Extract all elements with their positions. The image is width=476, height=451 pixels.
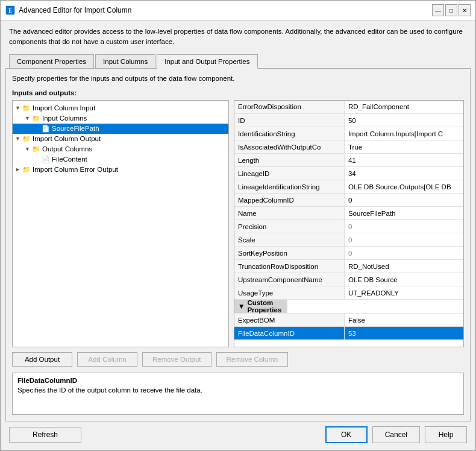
refresh-area: Refresh <box>9 427 81 443</box>
prop-row-filedatacolumnid[interactable]: FileDataColumnID 53 <box>234 327 463 340</box>
tree-item-output-columns[interactable]: ▼ 📁 Output Columns <box>13 144 228 154</box>
tab-component-properties[interactable]: Component Properties <box>9 54 94 69</box>
title-controls: — □ ✕ <box>432 4 471 16</box>
prop-row-upstreamcomponent[interactable]: UpstreamComponentName OLE DB Source <box>234 273 463 286</box>
close-button[interactable]: ✕ <box>459 4 471 16</box>
prop-name-upstreamcomponent: UpstreamComponentName <box>234 273 344 286</box>
prop-name-filedatacolumnid: FileDataColumnID <box>234 327 344 340</box>
expand-icon: ▼ <box>15 105 21 111</box>
item-icon-1: 📄 <box>42 125 50 133</box>
prop-row-expectbom[interactable]: ExpectBOM False <box>234 314 463 327</box>
prop-row-sortkeyposition[interactable]: SortKeyPosition 0 <box>234 247 463 260</box>
refresh-button[interactable]: Refresh <box>9 427 81 443</box>
prop-desc-text: Specifies the ID of the output column to… <box>17 386 459 394</box>
prop-row-errorrowdisposition[interactable]: ErrorRowDisposition RD_FailComponent <box>234 101 463 114</box>
tree-item-input-columns[interactable]: ▼ 📁 Input Columns <box>13 113 228 124</box>
prop-row-length[interactable]: Length 41 <box>234 154 463 167</box>
prop-name-expectbom: ExpectBOM <box>234 314 344 327</box>
tab-input-output-properties[interactable]: Input and Output Properties <box>157 54 257 69</box>
expand-icon-5: ▼ <box>25 146 31 152</box>
prop-name-mappedcolumnid: MappedColumnID <box>234 194 344 207</box>
prop-value-name: SourceFilePath <box>344 207 463 220</box>
section-collapse-icon: ▼ <box>238 303 245 310</box>
prop-value-truncation: RD_NotUsed <box>344 260 463 273</box>
minimize-button[interactable]: — <box>432 4 444 16</box>
props-panel: ErrorRowDisposition RD_FailComponent ID … <box>234 100 464 348</box>
prop-row-isassociated[interactable]: IsAssociatedWithOutputCo True <box>234 140 463 154</box>
title-bar-left: E Advanced Editor for Import Column <box>5 5 131 15</box>
tree-panel: ▼ 📁 Import Column Input ▼ 📁 Input Column… <box>12 100 229 348</box>
tree-item-import-column-input[interactable]: ▼ 📁 Import Column Input <box>13 103 228 113</box>
prop-row-precision[interactable]: Precision 0 <box>234 220 463 233</box>
prop-row-name[interactable]: Name SourceFilePath <box>234 207 463 220</box>
window-title: Advanced Editor for Import Column <box>19 6 131 14</box>
prop-value-expectbom: False <box>344 314 463 327</box>
prop-name-id: ID <box>234 114 344 127</box>
prop-value-usagetype: UT_READONLY <box>344 286 463 300</box>
prop-name-errorrowdisposition: ErrorRowDisposition <box>234 101 344 114</box>
folder-icon-5: 📁 <box>22 166 31 174</box>
folder-icon-4: 📁 <box>32 145 40 153</box>
properties-table: ErrorRowDisposition RD_FailComponent ID … <box>234 101 463 341</box>
prop-name-lineageid: LineageID <box>234 167 344 180</box>
property-description-area: FileDataColumnID Specifies the ID of the… <box>12 373 464 415</box>
prop-value-isassociated: True <box>344 140 463 154</box>
footer-area: Refresh OK Cancel Help <box>1 421 475 450</box>
prop-name-length: Length <box>234 154 344 167</box>
tree-buttons-row: Add Output Add Column Remove Output Remo… <box>12 347 464 369</box>
prop-row-truncation[interactable]: TruncationRowDisposition RD_NotUsed <box>234 260 463 273</box>
tree-item-import-column-output[interactable]: ▼ 📁 Import Column Output <box>13 134 228 144</box>
tabs-container: Component Properties Input Columns Input… <box>1 54 475 68</box>
item-icon-2: 📄 <box>42 156 50 163</box>
cancel-button[interactable]: Cancel <box>372 426 420 443</box>
prop-value-id: 50 <box>344 114 463 127</box>
prop-row-id[interactable]: ID 50 <box>234 114 463 127</box>
ok-cancel-help-area: OK Cancel Help <box>325 426 467 443</box>
svg-text:E: E <box>8 7 12 14</box>
prop-value-errorrowdisposition: RD_FailComponent <box>344 101 463 114</box>
prop-value-lineageidentification: OLE DB Source.Outputs[OLE DB <box>344 180 463 194</box>
prop-desc-title: FileDataColumnID <box>17 377 459 384</box>
add-column-button[interactable]: Add Column <box>77 352 137 367</box>
main-window: E Advanced Editor for Import Column — □ … <box>0 0 476 451</box>
prop-name-lineageidentification: LineageIdentificationString <box>234 180 344 194</box>
prop-value-filedatacolumnid: 53 <box>344 327 463 340</box>
remove-output-button[interactable]: Remove Output <box>142 352 211 367</box>
help-button[interactable]: Help <box>425 426 467 443</box>
prop-row-lineageid[interactable]: LineageID 34 <box>234 167 463 180</box>
prop-name-name: Name <box>234 207 344 220</box>
title-bar: E Advanced Editor for Import Column — □ … <box>1 1 475 20</box>
expand-icon-2: ▼ <box>25 115 31 121</box>
prop-name-precision: Precision <box>234 220 344 233</box>
main-split-area: ▼ 📁 Import Column Input ▼ 📁 Input Column… <box>12 100 464 348</box>
tree-item-sourcefilepath[interactable]: 📄 SourceFilePath <box>13 124 228 134</box>
prop-section-custom: ▼ Custom Properties <box>234 300 463 314</box>
prop-value-identificationstring: Import Column.Inputs[Import C <box>344 127 463 140</box>
app-icon: E <box>5 5 15 15</box>
description-text: The advanced editor provides access to t… <box>9 28 463 45</box>
remove-column-button[interactable]: Remove Column <box>216 352 289 367</box>
tab-description: Specify properties for the inputs and ou… <box>12 75 464 82</box>
prop-value-scale: 0 <box>344 233 463 247</box>
prop-row-identificationstring[interactable]: IdentificationString Import Column.Input… <box>234 127 463 140</box>
prop-value-length: 41 <box>344 154 463 167</box>
prop-row-mappedcolumnid[interactable]: MappedColumnID 0 <box>234 194 463 207</box>
expand-icon-4: ▼ <box>15 136 21 142</box>
prop-row-lineageidentification[interactable]: LineageIdentificationString OLE DB Sourc… <box>234 180 463 194</box>
tree-item-filecontent[interactable]: 📄 FileContent <box>13 154 228 165</box>
ok-button[interactable]: OK <box>325 426 368 443</box>
inputs-outputs-label: Inputs and outputs: <box>12 89 464 96</box>
prop-row-usagetype[interactable]: UsageType UT_READONLY <box>234 286 463 300</box>
folder-icon-1: 📁 <box>22 104 31 112</box>
prop-name-truncation: TruncationRowDisposition <box>234 260 344 273</box>
maximize-button[interactable]: □ <box>445 4 457 16</box>
folder-icon-3: 📁 <box>22 135 31 143</box>
tree-item-error-output[interactable]: ► 📁 Import Column Error Output <box>13 165 228 175</box>
prop-name-usagetype: UsageType <box>234 286 344 300</box>
add-output-button[interactable]: Add Output <box>12 352 72 367</box>
folder-icon-2: 📁 <box>32 115 40 122</box>
prop-value-sortkeyposition: 0 <box>344 247 463 260</box>
prop-row-scale[interactable]: Scale 0 <box>234 233 463 247</box>
tab-content-area: Specify properties for the inputs and ou… <box>5 68 471 422</box>
tab-input-columns[interactable]: Input Columns <box>95 54 155 69</box>
